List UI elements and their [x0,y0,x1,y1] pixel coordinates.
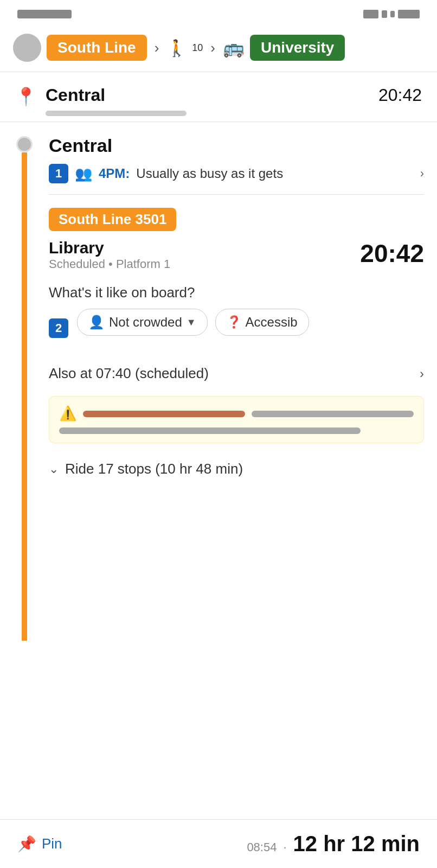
step-1-row[interactable]: 1 👥 4PM: Usually as busy as it gets › [49,164,424,183]
walk-icon: 🚶 [166,39,187,58]
accessibility-button[interactable]: ❓ Accessib [215,309,309,336]
status-right-icons [363,10,420,18]
chevron-right-icon-2: › [210,40,215,56]
bus-platform: Scheduled • Platform 1 [49,257,170,271]
dropdown-arrow-icon: ▼ [187,317,196,328]
option-buttons: 👤 Not crowded ▼ ❓ Accessib [77,309,309,336]
bus-destination: Library [49,239,170,257]
departure-time: 08:54 [247,840,277,854]
timeline-line [22,152,27,641]
peak-desc: Usually as busy as it gets [136,166,283,181]
alert-bar-red [83,411,245,417]
wifi-icon [363,10,378,18]
battery-icon [398,10,420,18]
university-badge[interactable]: University [250,35,345,61]
location-pin-icon: 📍 [15,86,37,107]
crowd-button[interactable]: 👤 Not crowded ▼ [77,309,208,336]
ride-stops-row[interactable]: ⌄ Ride 17 stops (10 hr 48 min) [49,455,424,483]
progress-bar [46,111,187,116]
back-button[interactable] [13,34,41,62]
location-info: Central 20:42 [46,85,422,116]
timeline-section: Central 1 👥 4PM: Usually as busy as it g… [0,133,437,641]
also-at-chevron-icon: › [420,366,424,381]
bus-dest-row: Library Scheduled • Platform 1 20:42 [49,239,424,282]
step-1-badge: 1 [49,164,68,183]
bus-route-badge[interactable]: South Line 3501 [49,208,176,231]
crowd-button-label: Not crowded [109,315,182,330]
step1-divider [49,194,424,195]
header: South Line › 🚶 10 › 🚌 University [0,24,437,72]
crowd-icon: 👥 [75,165,92,182]
dot-separator: · [283,840,286,854]
signal-left-icon [17,10,72,18]
crowd-person-icon: 👤 [88,315,105,330]
alert-top: ⚠️ [59,405,414,422]
step-1-chevron-icon: › [420,167,424,181]
accessibility-icon: ❓ [227,315,241,329]
trip-duration: 12 hr 12 min [293,832,420,856]
bus-icon: 🚌 [223,37,245,58]
signal-bar-1 [382,10,387,18]
bottom-bar: 📌 Pin 08:54 · 12 hr 12 min [0,819,437,868]
signal-bar-2 [390,11,395,17]
walk-minutes: 10 [192,42,203,54]
alert-bar-bottom [59,427,361,434]
bottom-right: 08:54 · 12 hr 12 min [247,832,420,856]
access-button-label: Accessib [246,315,298,330]
also-at-row[interactable]: Also at 07:40 (scheduled) › [49,356,424,391]
ride-stops-text: Ride 17 stops (10 hr 48 min) [65,461,243,477]
expand-icon: ⌄ [49,462,59,476]
onboard-question: What's it like on board? [49,284,424,301]
main-content: Central 1 👥 4PM: Usually as busy as it g… [0,122,437,695]
timeline-dot [16,136,33,152]
peak-time: 4PM: [99,166,130,181]
pin-label: Pin [42,835,62,852]
status-bar [0,0,437,24]
pin-icon: 📌 [17,835,36,853]
bus-time: 20:42 [360,239,424,268]
south-line-badge[interactable]: South Line [47,35,147,61]
location-row: 📍 Central 20:42 [0,72,437,122]
location-time: 20:42 [378,85,422,105]
location-name: Central [46,85,105,105]
chevron-right-icon-1: › [155,40,159,56]
stop-name: Central [49,135,424,156]
alert-bar-gray [252,411,414,417]
timeline-left [0,133,49,641]
step-2-badge: 2 [49,318,68,338]
pin-button[interactable]: 📌 Pin [17,835,62,853]
alert-card: ⚠️ [49,396,424,443]
also-at-text: Also at 07:40 (scheduled) [49,365,209,382]
step-2-row: 2 👤 Not crowded ▼ ❓ Accessib [49,309,424,348]
alert-warning-icon: ⚠️ [59,405,76,422]
timeline-content: Central 1 👥 4PM: Usually as busy as it g… [49,133,437,641]
